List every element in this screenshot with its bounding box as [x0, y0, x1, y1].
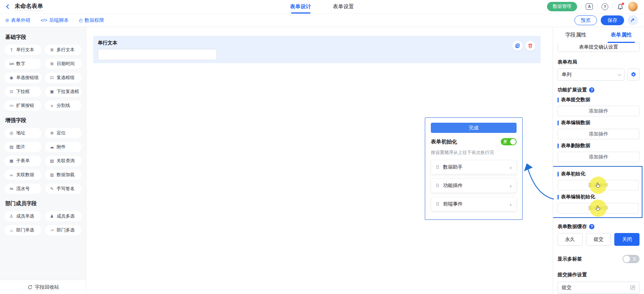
copy-field-button[interactable]: [512, 41, 523, 51]
field-type-icon: 123: [8, 62, 15, 66]
field-pill-部门单选[interactable]: ⌂部门单选: [5, 225, 41, 235]
permission-icon: ◴: [79, 18, 82, 23]
panel-tab-form-props[interactable]: 表单属性: [599, 27, 644, 43]
field-pill-多行文本[interactable]: ≣多行文本: [45, 45, 82, 55]
panel-section-title: 表单删除数据: [561, 142, 590, 149]
form-title[interactable]: 未命名表单: [15, 3, 43, 11]
field-pill-成员多选[interactable]: ♟成员多选: [45, 211, 82, 221]
multi-tab-toggle-off[interactable]: 关: [623, 255, 639, 263]
field-pill-下拉框[interactable]: ⊡下拉框: [5, 87, 41, 97]
contacts-icon[interactable]: A: [586, 3, 593, 10]
field-pill-label: 部门单选: [16, 227, 34, 233]
toolbar-link[interactable]: </>后端脚本: [41, 17, 68, 24]
single-line-text-input[interactable]: [98, 49, 217, 60]
field-pill-关联查询[interactable]: ▧关联查询: [45, 156, 82, 166]
layout-settings-button[interactable]: [627, 69, 639, 81]
submit-confirm-settings-button[interactable]: 表单提交确认设置: [558, 43, 639, 52]
done-button[interactable]: 完成: [431, 123, 517, 133]
toolbar-link[interactable]: ⊘表单外链: [5, 17, 30, 24]
form-toolbar: ⊘表单外链</>后端脚本◴数据权限 预览 保存: [0, 14, 644, 27]
field-type-icon: ⌂+: [49, 228, 55, 232]
panel-section-表单编辑数据: 表单编辑数据添加操作: [558, 119, 639, 139]
cache-option-永久[interactable]: 永久: [558, 233, 583, 246]
back-button[interactable]: 未命名表单: [0, 3, 43, 11]
help-badge-icon[interactable]: ?: [589, 224, 594, 229]
cache-title: 表单数据缓存: [558, 223, 587, 230]
field-pill-扩展按钮[interactable]: ▭扩展按钮: [5, 101, 41, 111]
field-pill-图片[interactable]: ▨图片: [5, 142, 41, 152]
field-pill-关联数据[interactable]: ∞关联数据: [5, 170, 41, 180]
help-icon[interactable]: ?: [602, 3, 608, 10]
header-tab-form-settings[interactable]: 表单设置: [333, 0, 354, 14]
sidebar-field-grid: ♙成员单选♟成员多选⌂部门单选⌂+部门多选: [5, 211, 82, 235]
field-type-icon: ▦: [8, 158, 15, 163]
popup-list-item[interactable]: ⠿数据助手›: [431, 160, 517, 174]
field-pill-附件[interactable]: ☁附件: [45, 142, 82, 152]
data-manage-button[interactable]: 数据管理: [547, 2, 577, 11]
popup-list-item[interactable]: ⠿前端事件›: [431, 197, 517, 211]
preview-button[interactable]: 预览: [574, 15, 597, 25]
recycle-bin-label: 字段回收站: [35, 284, 59, 291]
add-action-button[interactable]: 添加操作: [558, 180, 639, 190]
field-pill-数据加载[interactable]: ▥数据加载: [45, 170, 82, 180]
header-tab-form-design[interactable]: 表单设计: [290, 0, 311, 14]
cache-option-提交[interactable]: 提交: [586, 233, 611, 246]
help-badge-icon[interactable]: ?: [589, 87, 594, 93]
add-action-button[interactable]: 添加操作: [558, 203, 639, 213]
field-pill-日期时间[interactable]: ⊞日期时间: [45, 59, 82, 69]
panel-tab-field-props[interactable]: 字段属性: [553, 27, 599, 43]
field-pill-定位[interactable]: ⊕定位: [45, 128, 82, 138]
field-pill-地址[interactable]: ◎地址: [5, 128, 41, 138]
field-pill-手写签名[interactable]: ✎手写签名: [45, 184, 82, 194]
edit-icon[interactable]: [630, 285, 635, 290]
field-pill-复选框组[interactable]: ☑复选框组: [45, 73, 82, 83]
cursor-highlight: [589, 177, 607, 194]
field-pill-单行文本[interactable]: T单行文本: [5, 45, 41, 55]
toggle-knob: [623, 256, 630, 262]
drag-handle-icon[interactable]: ⠿: [436, 165, 439, 170]
add-action-button[interactable]: 添加操作: [558, 152, 639, 162]
notification-dot: [622, 3, 624, 5]
hand-cursor-icon: [595, 205, 602, 212]
add-action-button[interactable]: 添加操作: [558, 129, 639, 139]
field-pill-部门多选[interactable]: ⌂+部门多选: [45, 225, 82, 235]
notification-bell-icon[interactable]: [617, 3, 624, 10]
field-pill-label: 下拉复选框: [57, 88, 79, 95]
field-pill-子表单[interactable]: ▦子表单: [5, 156, 41, 166]
panel-section-title-row: 表单初始化: [558, 171, 639, 177]
drag-handle-icon[interactable]: ⠿: [436, 183, 439, 189]
panel-section-表单编辑初始化: 表单编辑初始化添加操作: [558, 193, 639, 213]
confirm-button-clip: 表单提交确认设置: [558, 43, 639, 53]
panel-section-title: 表单提交数据: [561, 96, 590, 103]
field-pill-成员单选[interactable]: ♙成员单选: [5, 211, 41, 221]
init-toggle-on[interactable]: 开: [501, 138, 517, 145]
panel-section-title-row: 表单删除数据: [558, 142, 639, 149]
field-type-icon: ▣: [49, 89, 55, 94]
field-pill-label: 图片: [16, 144, 25, 150]
delete-field-button[interactable]: [525, 41, 535, 51]
cursor-highlight: [589, 200, 607, 217]
field-pill-单选按钮组[interactable]: ◉单选按钮组: [5, 73, 41, 83]
field-type-icon: ≣: [49, 47, 55, 52]
popup-list-item[interactable]: ⠿功能插件›: [431, 178, 517, 193]
drag-handle-icon[interactable]: ⠿: [436, 201, 439, 207]
field-card-single-line-text[interactable]: 单行文本: [93, 36, 541, 63]
add-action-button[interactable]: 添加操作: [558, 106, 639, 116]
cache-option-关闭[interactable]: 关闭: [614, 233, 639, 246]
field-pill-下拉复选框[interactable]: ▣下拉复选框: [45, 87, 82, 97]
share-button[interactable]: [628, 15, 638, 25]
field-pill-label: 流水号: [16, 186, 30, 192]
layout-select[interactable]: 单列: [558, 69, 624, 81]
field-pill-数字[interactable]: 123数字: [5, 59, 41, 69]
toolbar-right: 预览 保存: [574, 15, 644, 25]
multi-tab-row: 显示多标签 关: [558, 255, 639, 263]
save-button[interactable]: 保存: [601, 15, 624, 25]
avatar[interactable]: [628, 2, 638, 12]
field-pill-流水号[interactable]: №流水号: [5, 184, 41, 194]
field-recycle-bin[interactable]: 字段回收站: [0, 280, 86, 294]
toolbar-link[interactable]: ◴数据权限: [79, 17, 104, 24]
submit-action-value: 提交: [562, 284, 571, 291]
section-bar: [558, 97, 559, 102]
field-pill-分割线[interactable]: ≡分割线: [45, 101, 82, 111]
submit-action-input[interactable]: 提交: [558, 282, 639, 294]
